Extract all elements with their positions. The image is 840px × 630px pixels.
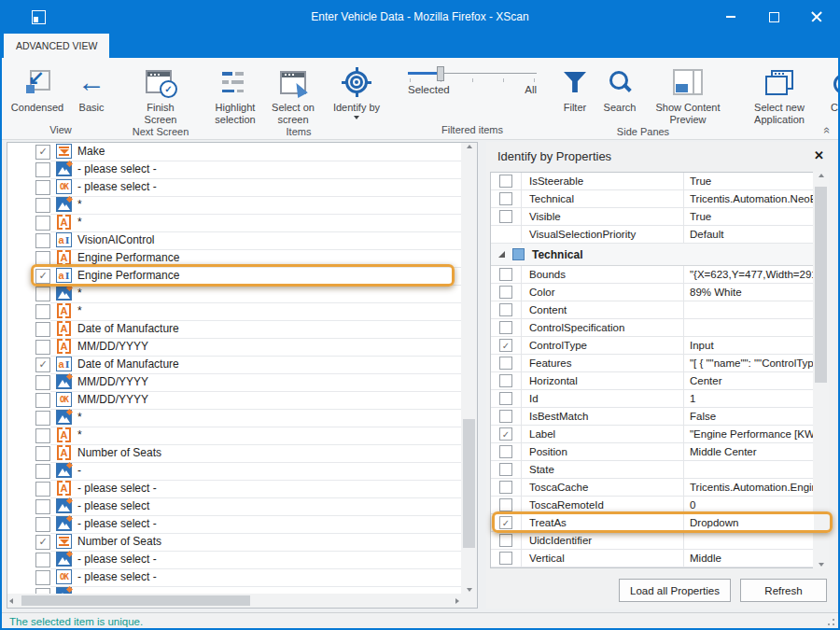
tree-row[interactable]: A* xyxy=(7,214,461,231)
tree-row-checkbox[interactable] xyxy=(35,287,50,301)
property-checkbox[interactable] xyxy=(499,286,512,299)
property-row[interactable]: ✓ControlTypeInput xyxy=(491,337,814,355)
tree-row[interactable]: aIVisionAIControl xyxy=(7,231,461,249)
tree-hscroll-thumb[interactable] xyxy=(21,595,250,606)
show-content-preview-button[interactable]: Show Content Preview xyxy=(643,60,733,126)
property-checkbox[interactable] xyxy=(499,410,512,423)
tree-vscroll-thumb[interactable] xyxy=(463,419,475,548)
tree-row[interactable]: ✓Number of Seats xyxy=(7,533,461,551)
tree-row[interactable]: - xyxy=(7,462,461,480)
collapse-ribbon-chevron-icon[interactable]: « xyxy=(820,127,834,133)
property-checkbox[interactable] xyxy=(499,192,512,205)
tree-row[interactable]: - please select - xyxy=(7,161,461,178)
property-checkbox[interactable] xyxy=(499,534,512,547)
property-row[interactable]: IsSteerableTrue xyxy=(491,173,814,190)
load-all-properties-button[interactable]: Load all Properties xyxy=(619,579,731,602)
property-checkbox[interactable]: ✓ xyxy=(499,516,512,529)
tree-row-checkbox[interactable] xyxy=(35,482,50,497)
tree-row[interactable]: ANumber of Seats xyxy=(7,444,461,462)
tree-row[interactable]: - please select - xyxy=(7,551,461,568)
select-on-screen-button[interactable]: Select on screen xyxy=(264,60,322,126)
scroll-right-arrow-icon[interactable] xyxy=(455,594,459,608)
tree-vertical-scrollbar[interactable] xyxy=(461,143,477,594)
scroll-down-arrow-icon[interactable] xyxy=(461,588,477,592)
tree-row[interactable]: A* xyxy=(7,427,461,444)
tree-row[interactable]: ✓aIDate of Manufacture xyxy=(7,356,461,373)
properties-vscroll-thumb[interactable] xyxy=(815,187,827,383)
scroll-left-arrow-icon[interactable] xyxy=(9,594,13,608)
property-checkbox[interactable] xyxy=(499,175,512,188)
property-group-row[interactable]: Technical xyxy=(491,244,814,266)
condensed-button[interactable]: ↙ Condensed xyxy=(7,60,68,114)
property-row[interactable]: ToscaRemoteId0 xyxy=(491,497,814,514)
tree-row[interactable]: - please select - xyxy=(7,515,461,533)
tree-row[interactable]: AEngine Performance xyxy=(7,249,461,267)
tree-row-checkbox[interactable] xyxy=(35,464,50,479)
select-new-application-button[interactable]: Select new Application xyxy=(738,60,820,126)
property-row[interactable]: UidcIdentifier xyxy=(491,532,814,550)
close-button[interactable] xyxy=(795,2,838,32)
tree-row-checkbox[interactable] xyxy=(35,216,50,231)
tree-row-checkbox[interactable] xyxy=(35,198,50,213)
property-checkbox[interactable] xyxy=(499,463,512,476)
property-row[interactable]: State xyxy=(491,461,814,479)
properties-vertical-scrollbar[interactable] xyxy=(813,172,829,568)
tree-row-checkbox[interactable]: ✓ xyxy=(35,145,50,160)
property-row[interactable]: TechnicalTricentis.Automation.NeoEn... xyxy=(491,190,814,208)
scroll-up-arrow-icon[interactable] xyxy=(461,145,477,148)
property-row[interactable]: Content xyxy=(491,301,814,319)
close-xscan-button[interactable]: Close xyxy=(820,60,840,114)
tree-row[interactable]: A- please select - xyxy=(7,480,461,497)
property-checkbox[interactable] xyxy=(499,552,512,565)
tree-row[interactable]: A* xyxy=(7,302,461,320)
basic-button[interactable]: ← Basic xyxy=(68,60,115,114)
tree-row-checkbox[interactable]: ✓ xyxy=(35,269,50,284)
tree-row-checkbox[interactable] xyxy=(35,393,50,408)
filter-button[interactable]: Filter xyxy=(553,60,596,114)
property-row[interactable]: ✓Label"Engine Performance [KW]" xyxy=(491,426,814,443)
highlight-selection-button[interactable]: Highlight selection xyxy=(206,60,264,126)
minimize-button[interactable] xyxy=(709,2,752,32)
scroll-down-arrow-icon[interactable] xyxy=(813,563,829,567)
tree-row[interactable]: OKMM/DD/YYYY xyxy=(7,391,461,409)
tree-row[interactable]: ✓Make xyxy=(7,143,461,161)
tree-row[interactable]: * xyxy=(7,409,461,427)
property-row[interactable]: Bounds"{X=623,Y=477,Width=291... xyxy=(491,266,814,284)
tree-row-checkbox[interactable] xyxy=(35,180,50,195)
property-row[interactable]: VerticalMiddle xyxy=(491,550,814,567)
property-row[interactable]: VisibleTrue xyxy=(491,208,814,226)
tree-row-checkbox[interactable] xyxy=(35,304,50,319)
property-row[interactable]: ToscaCacheTricentis.Automation.Engine... xyxy=(491,479,814,497)
tree-row[interactable]: ADate of Manufacture xyxy=(7,320,461,338)
property-checkbox[interactable] xyxy=(499,268,512,281)
slider-thumb[interactable] xyxy=(437,66,444,81)
property-row[interactable]: Color89% White xyxy=(491,284,814,301)
tree-row[interactable]: ✓aIEngine Performance xyxy=(7,267,461,285)
tree-row-checkbox[interactable] xyxy=(35,322,50,337)
tree-row[interactable]: * xyxy=(7,196,461,214)
tree-row-checkbox[interactable] xyxy=(35,340,50,355)
tree-row-checkbox[interactable] xyxy=(35,499,50,514)
panel-close-icon[interactable]: ✕ xyxy=(814,148,824,162)
tree-row-checkbox[interactable] xyxy=(35,553,50,567)
tree-row-checkbox[interactable] xyxy=(35,375,50,390)
property-row[interactable]: Id1 xyxy=(491,390,814,408)
tree-horizontal-scrollbar[interactable] xyxy=(7,594,461,608)
property-row[interactable]: PositionMiddle Center xyxy=(491,443,814,461)
tree-row-checkbox[interactable] xyxy=(35,411,50,426)
property-checkbox[interactable] xyxy=(499,498,512,511)
refresh-button[interactable]: Refresh xyxy=(740,579,827,602)
tree-row[interactable]: MM/DD/YYYY xyxy=(7,373,461,391)
resize-grip[interactable] xyxy=(833,623,834,625)
tree-row-checkbox[interactable] xyxy=(35,517,50,532)
tree-row[interactable] xyxy=(7,586,461,594)
tree-row[interactable]: * xyxy=(7,285,461,302)
property-checkbox[interactable] xyxy=(499,357,512,370)
property-row[interactable]: ControlSpecification xyxy=(491,319,814,337)
tree-row-checkbox[interactable] xyxy=(35,446,50,461)
tree-row-checkbox[interactable]: ✓ xyxy=(35,535,50,550)
property-checkbox[interactable] xyxy=(499,481,512,494)
finish-screen-button[interactable]: ✓ Finish Screen xyxy=(131,60,190,126)
property-row[interactable]: Features"[ { ""name"": ""ControlType... xyxy=(491,355,814,372)
property-checkbox[interactable] xyxy=(499,303,512,316)
